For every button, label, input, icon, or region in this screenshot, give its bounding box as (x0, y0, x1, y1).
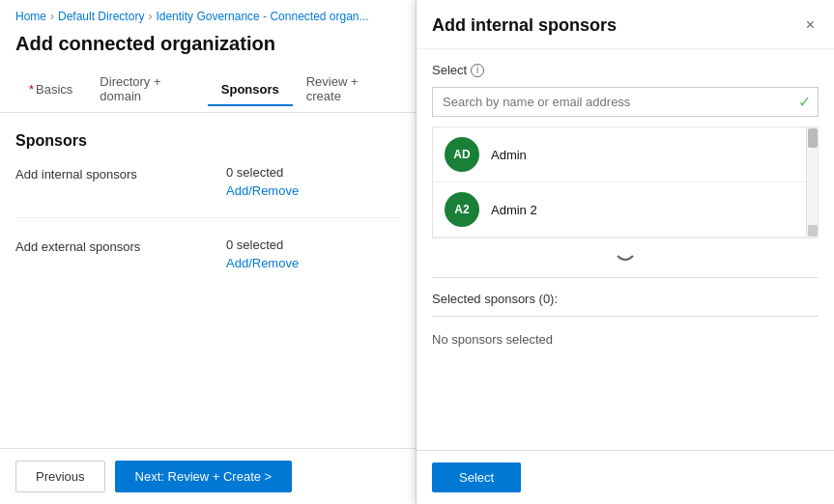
modal-panel: Add internal sponsors × Select i ✓ AD Ad… (416, 0, 834, 504)
user-avatar-a2: A2 (445, 192, 479, 227)
tab-directory-domain[interactable]: Directory + domain (86, 67, 207, 113)
previous-button[interactable]: Previous (15, 461, 105, 492)
tab-review-create[interactable]: Review + create (293, 67, 400, 113)
main-panel: Home › Default Directory › Identity Gove… (0, 0, 416, 504)
users-list: AD Admin A2 Admin 2 (432, 126, 819, 238)
modal-header: Add internal sponsors × (417, 0, 834, 49)
user-item-admin2[interactable]: A2 Admin 2 (433, 182, 818, 238)
search-container: ✓ (432, 87, 819, 117)
internal-sponsors-add-remove[interactable]: Add/Remove (226, 183, 299, 198)
user-name-admin: Admin (491, 148, 527, 162)
internal-sponsors-label: Add internal sponsors (15, 165, 226, 182)
breadcrumb-home[interactable]: Home (15, 10, 46, 23)
internal-sponsors-count: 0 selected (226, 165, 283, 180)
internal-sponsors-row: Add internal sponsors 0 selected Add/Rem… (15, 165, 400, 218)
next-button[interactable]: Next: Review + Create > (115, 461, 293, 492)
breadcrumb: Home › Default Directory › Identity Gove… (0, 0, 416, 29)
select-label: Select (432, 63, 467, 77)
sponsors-section-title: Sponsors (15, 132, 400, 150)
info-icon[interactable]: i (471, 64, 484, 77)
content-area: Sponsors Add internal sponsors 0 selecte… (0, 113, 416, 448)
external-sponsors-label: Add external sponsors (15, 238, 226, 254)
breadcrumb-current[interactable]: Identity Governance - Connected organ... (156, 10, 368, 23)
user-name-admin2: Admin 2 (491, 203, 537, 217)
selected-sponsors-title: Selected sponsors (0): (432, 288, 819, 306)
external-sponsors-add-remove[interactable]: Add/Remove (226, 256, 299, 270)
divider-bottom (432, 316, 819, 317)
page-title: Add connected organization (0, 29, 416, 67)
close-button[interactable]: × (802, 14, 819, 37)
external-sponsors-count: 0 selected (226, 238, 283, 252)
search-input[interactable] (432, 87, 819, 117)
external-sponsors-row: Add external sponsors 0 selected Add/Rem… (15, 238, 400, 290)
divider-top (432, 277, 819, 278)
search-check-icon: ✓ (798, 93, 811, 111)
tab-sponsors[interactable]: Sponsors (208, 74, 293, 106)
scrollbar (806, 127, 818, 238)
user-item-admin[interactable]: AD Admin (433, 127, 818, 182)
modal-body: Select i ✓ AD Admin A2 Admin 2 (417, 49, 834, 450)
no-sponsors-text: No sponsors selected (432, 326, 819, 352)
tab-bar: *Basics Directory + domain Sponsors Revi… (0, 67, 416, 113)
select-button[interactable]: Select (432, 462, 521, 492)
user-avatar-ad: AD (445, 137, 479, 172)
modal-title: Add internal sponsors (432, 15, 617, 36)
more-users-indicator (432, 248, 819, 267)
tab-basics[interactable]: *Basics (15, 74, 86, 106)
modal-footer: Select (417, 450, 834, 504)
main-footer: Previous Next: Review + Create > (0, 448, 416, 504)
breadcrumb-directory[interactable]: Default Directory (58, 10, 144, 23)
